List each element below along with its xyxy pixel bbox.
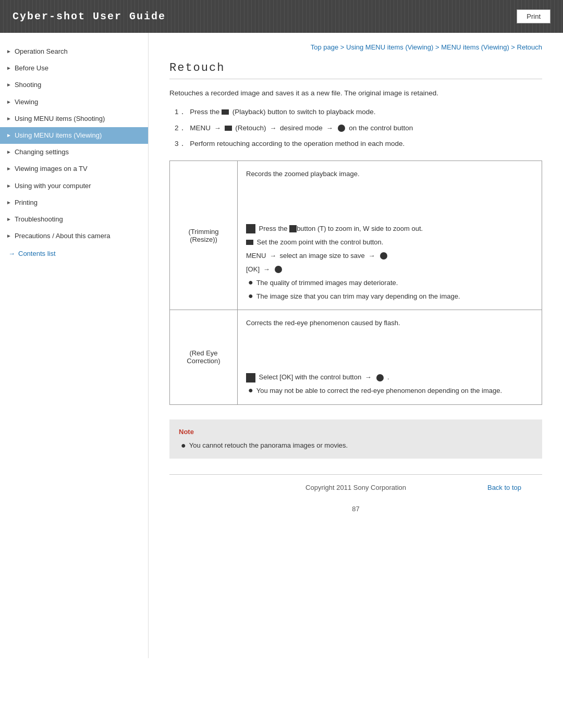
select-icon [246,373,255,382]
page-title: Retouch [169,61,542,79]
sidebar-item-precautions[interactable]: ►Precautions / About this camera [0,228,148,244]
sidebar-item-label: Using MENU items (Shooting) [15,114,105,124]
row-content-top: Corrects the red-eye phenomenon caused b… [246,317,533,329]
control-circle [380,252,387,260]
sidebar-arrow-icon: ► [6,165,11,172]
sidebar-arrow-icon: ► [6,199,11,206]
sidebar-item-label: Changing settings [15,147,69,157]
zoom-point-icon [246,240,253,245]
sidebar-arrow-icon: ► [6,182,11,190]
playback-icon [222,109,229,115]
main-content: Top page > Using MENU items (Viewing) > … [149,33,563,658]
sidebar-arrow-icon: ► [6,232,11,240]
sidebar: ►Operation Search►Before Use►Shooting►Vi… [0,33,149,658]
sidebar-arrow-icon: ► [6,81,11,89]
sidebar-item-label: Viewing images on a TV [15,164,88,174]
control-button-icon [338,125,345,132]
step-2: 2． MENU → (Retouch) → desired mode → on … [175,122,542,134]
row-label: (Red Eye Correction) [170,310,238,404]
ok-circle [275,266,282,273]
main-layout: ►Operation Search►Before Use►Shooting►Vi… [0,33,563,658]
retouch-table: (Trimming (Resize))Records the zoomed pl… [169,161,542,404]
page-number: 87 [169,505,542,523]
sidebar-item-label: Printing [15,198,38,207]
sidebar-item-before-use[interactable]: ►Before Use [0,60,148,77]
breadcrumb-viewing-menu[interactable]: Using MENU items (Viewing) [346,43,433,51]
page-description: Retouches a recorded image and saves it … [169,88,542,99]
breadcrumb-sep2: > [435,43,441,51]
sidebar-arrow-icon: ► [6,132,11,139]
sidebar-item-troubleshooting[interactable]: ►Troubleshooting [0,211,148,228]
row-desc: Records the zoomed playback image. Press… [238,161,542,310]
row-desc: Corrects the red-eye phenomenon caused b… [238,310,542,404]
sidebar-item-using-with-computer[interactable]: ►Using with your computer [0,178,148,194]
row-steps: Press the button (T) to zoom in, W side … [246,223,533,275]
contents-list-link[interactable]: → Contents list [0,244,148,263]
sidebar-arrow-icon: ► [6,115,11,122]
sidebar-item-label: Operation Search [15,47,68,56]
sidebar-arrow-icon: ► [6,65,11,72]
sidebar-item-label: Shooting [15,80,41,90]
sidebar-item-using-menu-shooting[interactable]: ►Using MENU items (Shooting) [0,110,148,127]
sidebar-item-operation-search[interactable]: ►Operation Search [0,43,148,60]
breadcrumb-retouch[interactable]: Retouch [517,43,542,51]
sidebar-arrow-icon: ► [6,149,11,156]
sidebar-item-label: Before Use [15,64,48,73]
breadcrumb-sep1: > [340,43,346,51]
sidebar-item-shooting[interactable]: ►Shooting [0,77,148,93]
arrow-right-icon: → [8,250,15,257]
sidebar-arrow-icon: ► [6,216,11,223]
step-1: 1． Press the (Playback) button to switch… [175,106,542,118]
bullet-item: ●The quality of trimmed images may deter… [248,277,533,289]
row-content-top: Records the zoomed playback image. [246,168,533,180]
sidebar-item-label: Viewing [15,97,38,107]
note-title: Note [179,427,533,438]
sidebar-item-printing[interactable]: ►Printing [0,194,148,211]
copyright: Copyright 2011 Sony Corporation [301,484,411,491]
print-button[interactable]: Print [517,9,550,23]
breadcrumb: Top page > Using MENU items (Viewing) > … [169,43,542,51]
back-to-top-link[interactable]: Back to top [487,484,521,491]
sidebar-arrow-icon: ► [6,98,11,106]
table-row: (Trimming (Resize))Records the zoomed pl… [170,161,542,310]
sidebar-item-label: Precautions / About this camera [15,231,111,241]
ok-circle2 [376,374,384,381]
breadcrumb-menu-items[interactable]: MENU items (Viewing) [441,43,509,51]
app-title: Cyber-shot User Guide [13,10,166,22]
zoom-icon [246,224,255,233]
step-3: 3． Perform retouching according to the o… [175,138,542,150]
footer: Copyright 2011 Sony Corporation Back to … [169,474,542,500]
page-header: Cyber-shot User Guide Print [0,0,563,33]
breadcrumb-sep3: > [511,43,517,51]
sidebar-item-label: Using with your computer [15,181,91,191]
note-box: Note ● You cannot retouch the panorama i… [169,419,542,459]
sidebar-item-viewing[interactable]: ►Viewing [0,94,148,110]
row-steps: Select [OK] with the control button → . [246,372,533,383]
bullet-item: ●You may not be able to correct the red-… [248,385,533,397]
note-text: You cannot retouch the panorama images o… [189,440,348,451]
retouch-icon [225,126,232,131]
bullet-item: ●The image size that you can trim may va… [248,291,533,302]
sidebar-item-label: Troubleshooting [15,215,63,224]
breadcrumb-top[interactable]: Top page [311,43,339,51]
sidebar-item-using-menu-viewing[interactable]: ►Using MENU items (Viewing) [0,127,148,144]
table-row: (Red Eye Correction)Corrects the red-eye… [170,310,542,404]
sidebar-item-label: Using MENU items (Viewing) [15,131,102,140]
row-label: (Trimming (Resize)) [170,161,238,310]
sidebar-arrow-icon: ► [6,48,11,55]
contents-list-label: Contents list [18,250,56,257]
note-item: ● You cannot retouch the panorama images… [181,440,533,451]
sidebar-item-changing-settings[interactable]: ►Changing settings [0,144,148,161]
sidebar-item-viewing-images-tv[interactable]: ►Viewing images on a TV [0,161,148,177]
